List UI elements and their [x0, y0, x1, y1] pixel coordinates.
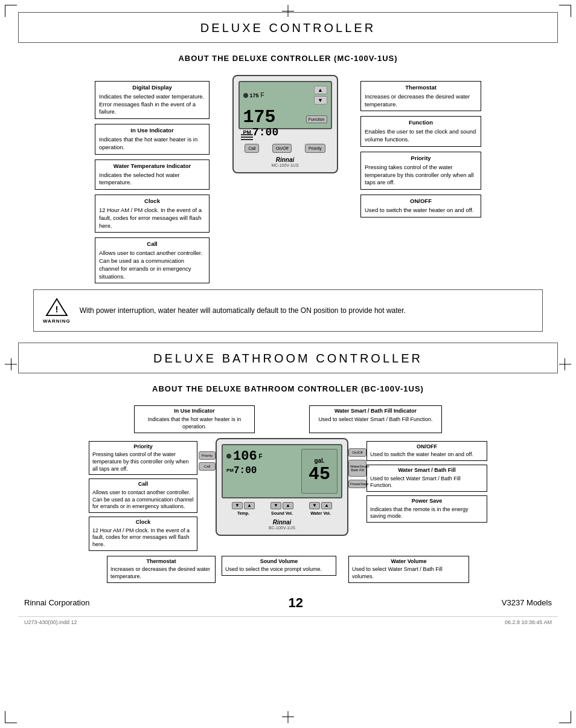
- bath-label-clock: Clock 12 Hour AM / PM clock. In the even…: [89, 517, 197, 551]
- label-onoff-title: ON/OFF: [365, 198, 477, 205]
- warning-message: With power interruption, water heater wi…: [80, 305, 406, 316]
- bath-water-down-btn[interactable]: ▼: [309, 502, 320, 509]
- bath-gal-label: gal.: [314, 457, 324, 464]
- label-digital-display: Digital Display Indicates the selected w…: [95, 81, 210, 119]
- about-heading-controller: ABOUT THE DELUXE CONTROLLER (MC-100V-1US…: [18, 54, 558, 63]
- warning-box: ! WARNING With power interruption, water…: [33, 289, 543, 332]
- label-onoff: ON/OFF Used to switch the water heater o…: [360, 195, 481, 217]
- bath-onoff-title: ON/OFF: [370, 443, 484, 451]
- lcd-indicator-row: 175 F ▲ ▼: [243, 86, 327, 105]
- page-footer: Rinnai Corporation 12 V3237 Models: [18, 592, 558, 614]
- temp-up-arrow[interactable]: ▲: [314, 86, 327, 94]
- bath-label-sound-bottom: Sound Volume Used to select the voice pr…: [222, 556, 336, 576]
- temp-down-arrow[interactable]: ▼: [314, 96, 327, 105]
- bath-sound-down-btn[interactable]: ▼: [270, 502, 281, 509]
- bath-call-button[interactable]: Call: [199, 462, 216, 471]
- bath-temp-label: Temp.: [237, 511, 249, 515]
- bath-label-in-use: In Use Indicator Indicates that the hot …: [134, 405, 255, 433]
- footer-page-number: 12: [288, 595, 302, 611]
- controller-left-labels: Digital Display Indicates the selected w…: [89, 75, 210, 283]
- bath-sound-up-btn[interactable]: ▲: [283, 502, 293, 509]
- crosshair-right: [559, 364, 571, 364]
- bath-diagram-row: Priority Pressing takes control of the w…: [30, 438, 546, 551]
- label-function-title: Function: [365, 119, 477, 127]
- label-call: Call Allows user to contact another cont…: [95, 237, 210, 283]
- section-title-controller: DELUXE CONTROLLER: [19, 13, 557, 42]
- bath-temp-unit: F: [259, 453, 263, 460]
- bath-water-up-btn[interactable]: ▲: [321, 502, 332, 509]
- device-model: MC-100V-1US: [238, 163, 332, 167]
- call-button[interactable]: Call: [245, 144, 259, 153]
- bath-watersmart-indicator-title: Water Smart / Bath Fill Indicator: [313, 408, 438, 415]
- bath-sound-label: Sound Vol.: [271, 511, 293, 515]
- label-clock: Clock 12 Hour AM / PM clock. In the even…: [95, 195, 210, 233]
- warning-triangle-svg: !: [45, 297, 68, 317]
- bath-priority-button[interactable]: Priority: [199, 451, 216, 460]
- bath-label-watersmart-fill: Water Smart / Bath Fill Used to select W…: [366, 465, 487, 492]
- label-function: Function Enables the user to set the clo…: [360, 116, 481, 146]
- svg-text:!: !: [55, 304, 58, 315]
- priority-button[interactable]: Priority: [305, 144, 325, 153]
- bath-temp-down-btn[interactable]: ▼: [232, 502, 243, 509]
- corner-mark-bl: [5, 711, 17, 723]
- bath-thermostat-bottom: Thermostat Increases or decreases the de…: [107, 556, 216, 583]
- lcd-pm: PM: [243, 129, 252, 135]
- bath-left-side-buttons: Priority Call: [199, 451, 216, 471]
- lcd-temp-display: 175: [243, 108, 276, 126]
- label-clock-title: Clock: [99, 198, 205, 205]
- label-call-title: Call: [99, 240, 205, 248]
- bath-call-title: Call: [92, 481, 194, 488]
- label-priority-title: Priority: [365, 155, 477, 163]
- label-in-use-indicator: In Use Indicator Indicates that the hot …: [95, 124, 210, 154]
- bath-powersave-button[interactable]: PowerSave: [348, 480, 366, 488]
- bath-label-powersave: Power Save Indicates that the remote is …: [366, 495, 487, 523]
- in-use-indicator-dot: [243, 93, 248, 98]
- bath-watersmart-button[interactable]: WaterSmart Bath Fill: [348, 460, 366, 477]
- crosshair-left-v: [11, 358, 11, 370]
- bath-lcd: 106 F PM 7:00 gal. 45: [222, 444, 342, 498]
- bath-diagram: In Use Indicator Indicates that the hot …: [18, 399, 558, 588]
- bath-clock-title: Clock: [92, 519, 194, 526]
- bath-label-onoff: ON/OFF Used to switch the water heater o…: [366, 441, 487, 461]
- file-info-right: 06.2.8 10:36:45 AM: [505, 619, 552, 625]
- about-heading-bath: ABOUT THE DELUXE BATHROOM CONTROLLER (BC…: [18, 384, 558, 393]
- controller-diagram: Digital Display Indicates the selected w…: [18, 69, 558, 289]
- device-brand: Rinnai: [238, 156, 332, 163]
- lcd-temp-large: 175: [250, 92, 259, 98]
- bath-gal-num: 45: [309, 464, 330, 485]
- file-info-left: U273-430(00).indd 12: [24, 619, 77, 625]
- bath-right-side-buttons: On/Off WaterSmart Bath Fill PowerSave: [348, 448, 366, 488]
- section-title-bath: DELUXE BATHROOM CONTROLLER: [19, 343, 557, 373]
- bath-in-use-dot: [226, 454, 231, 459]
- label-digital-display-title: Digital Display: [99, 84, 205, 92]
- onoff-button[interactable]: On/Off: [272, 144, 292, 153]
- bath-label-thermostat-bottom: Thermostat Increases or decreases the de…: [107, 556, 216, 583]
- bath-in-use-title: In Use Indicator: [138, 408, 251, 415]
- label-thermostat: Thermostat Increases or decreases the de…: [360, 81, 481, 111]
- lcd-arrows: ▲ ▼: [314, 86, 327, 105]
- controller-right-labels: Thermostat Increases or decreases the de…: [360, 75, 487, 217]
- bath-water-label: Water Vol.: [310, 511, 330, 515]
- bath-temp-up-btn[interactable]: ▲: [244, 502, 255, 509]
- bath-right-labels: ON/OFF Used to switch the water heater o…: [366, 438, 493, 523]
- bath-watersmart-fill-title: Water Smart / Bath Fill: [370, 467, 484, 474]
- function-button-lcd[interactable]: Function: [306, 115, 327, 123]
- bath-priority-title: Priority: [92, 443, 194, 451]
- controller-device-center: 175 F ▲ ▼ 175 PM: [210, 75, 360, 173]
- bath-lcd-main: 106 F PM 7:00 gal. 45: [226, 449, 338, 494]
- label-thermostat-title: Thermostat: [365, 84, 477, 92]
- bath-water-vol-title: Water Volume: [352, 558, 466, 565]
- bath-controller-device: Priority Call On/Off WaterSmart Bath Fil…: [216, 438, 348, 536]
- lcd-screen: 175 F ▲ ▼ 175 PM: [238, 81, 332, 129]
- bath-onoff-button[interactable]: On/Off: [348, 448, 366, 457]
- bath-water-col: ▼ ▲ Water Vol.: [309, 502, 332, 515]
- crosshair-bottom-h: [282, 717, 294, 717]
- label-water-temp-title: Water Temperature Indicator: [99, 163, 205, 170]
- bath-top-labels: In Use Indicator Indicates that the hot …: [30, 405, 546, 433]
- page-wrapper: DELUXE CONTROLLER ABOUT THE DELUXE CONTR…: [0, 0, 576, 728]
- controller-diagram-row: Digital Display Indicates the selected w…: [30, 75, 546, 283]
- crosshair-top-h: [282, 11, 294, 11]
- file-info: U273-430(00).indd 12 06.2.8 10:36:45 AM: [18, 616, 558, 625]
- bath-lcd-gal: gal. 45: [301, 449, 338, 494]
- bath-arrow-buttons: ▼ ▲ Temp. ▼ ▲ Sound Vol.: [222, 502, 342, 515]
